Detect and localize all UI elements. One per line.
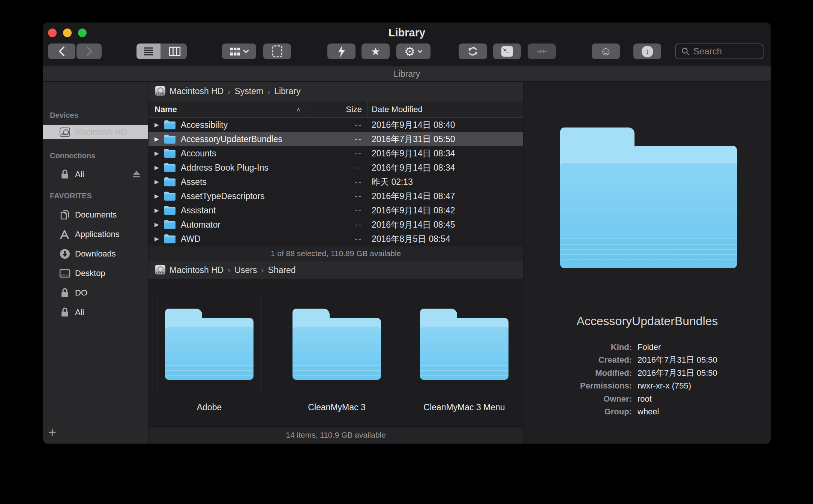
disclosure-triangle-icon[interactable]	[154, 189, 159, 203]
forward-button[interactable]	[76, 44, 102, 59]
downloads-button[interactable]	[633, 44, 661, 59]
search-field[interactable]	[675, 44, 764, 59]
sidebar-item-downloads[interactable]: Downloads	[43, 247, 148, 261]
column-header-date[interactable]: Date Modified	[372, 101, 423, 118]
info-label: Created:	[524, 355, 632, 365]
eject-icon[interactable]	[132, 171, 141, 178]
column-divider[interactable]	[475, 101, 475, 117]
folder-item-adobe[interactable]	[165, 309, 254, 380]
disclosure-triangle-icon[interactable]	[154, 160, 159, 175]
preview-pane: AccessoryUpdaterBundles Kind: Folder Cre…	[524, 82, 771, 444]
disclosure-triangle-icon[interactable]	[154, 175, 159, 189]
dashed-rect-icon	[272, 45, 282, 57]
emoji-button[interactable]	[592, 44, 620, 59]
preview-title: AccessoryUpdaterBundles	[524, 314, 771, 328]
select-button[interactable]	[263, 44, 291, 59]
column-headers: Name Size Date Modified	[148, 101, 523, 118]
sidebar-item-ali-connection[interactable]: Ali	[43, 167, 148, 182]
favorites-button[interactable]	[362, 44, 390, 59]
back-chevron-icon	[57, 46, 67, 57]
download-circle-icon	[642, 46, 653, 57]
sidebar-item-macintosh-hd[interactable]: Macintosh HD	[43, 125, 148, 139]
refresh-icon	[467, 45, 479, 57]
file-list: Accessibility -- 2016年9月14日 08:40 Access…	[148, 118, 523, 246]
breadcrumb-segment[interactable]: Library	[274, 86, 300, 96]
back-button[interactable]	[48, 44, 75, 59]
breadcrumb-segment[interactable]: Shared	[268, 265, 296, 275]
sidebar-item-applications[interactable]: Applications	[43, 227, 148, 242]
breadcrumb-segment[interactable]: Users	[234, 265, 257, 275]
folder-label[interactable]: Adobe	[153, 402, 266, 412]
info-label: Owner:	[524, 394, 632, 404]
arrange-grid-icon	[230, 46, 241, 57]
disclosure-triangle-icon[interactable]	[154, 218, 159, 232]
add-connection-button[interactable]: +	[48, 426, 56, 439]
lightning-icon	[337, 45, 346, 58]
sidebar-item-do[interactable]: DO	[43, 286, 148, 300]
disclosure-triangle-icon[interactable]	[154, 146, 159, 160]
folder-icon	[164, 149, 176, 158]
sidebar-section-devices: Devices	[50, 111, 78, 120]
info-value: wheel	[638, 406, 659, 417]
folder-label[interactable]: CleanMyMac 3	[280, 402, 393, 412]
table-row[interactable]: AWD -- 2016年8月5日 08:54	[148, 232, 523, 246]
quick-actions-button[interactable]	[327, 44, 356, 59]
info-row: Owner: root	[524, 394, 771, 404]
column-view-button[interactable]	[163, 44, 187, 59]
document-icon	[59, 209, 70, 220]
table-row-selected[interactable]: AccessoryUpdaterBundles -- 2016年7月31日 05…	[148, 132, 523, 146]
star-icon	[371, 45, 380, 58]
table-row[interactable]: Address Book Plug-Ins -- 2016年9月14日 08:3…	[148, 160, 523, 175]
arrange-button[interactable]	[222, 44, 256, 59]
column-header-name[interactable]: Name	[154, 101, 177, 118]
lock-icon	[59, 169, 70, 180]
chevron-right-icon	[257, 266, 268, 274]
terminal-button[interactable]	[493, 44, 521, 59]
info-label: Permissions:	[524, 381, 632, 391]
table-row[interactable]: Automator -- 2016年9月14日 08:45	[148, 218, 523, 232]
sidebar-item-ali[interactable]: Ali	[43, 305, 148, 320]
status-bar-top: 1 of 88 selected, 110.89 GB available	[148, 246, 523, 261]
column-header-size[interactable]: Size	[306, 101, 362, 118]
disclosure-triangle-icon[interactable]	[154, 118, 159, 132]
column-view-icon	[169, 46, 181, 57]
list-view-button[interactable]	[136, 44, 160, 59]
tab-bar[interactable]: Library	[43, 66, 771, 82]
folder-icon	[164, 120, 176, 129]
sidebar-item-desktop[interactable]: Desktop	[43, 266, 148, 280]
search-input[interactable]	[693, 46, 753, 57]
table-row[interactable]: Accessibility -- 2016年9月14日 08:40	[148, 118, 523, 132]
info-value: 2016年7月31日 05:50	[638, 368, 717, 378]
folder-item-cleanmymac3menu[interactable]	[420, 309, 508, 380]
info-label: Group:	[524, 406, 632, 417]
folder-item-cleanmymac3[interactable]	[292, 309, 381, 380]
info-value: 2016年7月31日 05:50	[638, 355, 717, 365]
disclosure-triangle-icon[interactable]	[154, 132, 159, 146]
breadcrumb-segment[interactable]: Macintosh HD	[170, 265, 224, 275]
folder-icon	[164, 163, 176, 172]
folder-label[interactable]: CleanMyMac 3 Menu	[408, 402, 520, 412]
table-row[interactable]: Assets -- 昨天 02:13	[148, 175, 523, 189]
actions-button[interactable]	[396, 44, 430, 59]
table-row[interactable]: Assistant -- 2016年9月14日 08:42	[148, 203, 523, 218]
disclosure-triangle-icon[interactable]	[154, 232, 159, 246]
lock-icon	[59, 287, 70, 298]
lock-icon	[59, 307, 70, 318]
info-value: root	[638, 394, 652, 404]
chevron-down-icon	[417, 50, 423, 54]
breadcrumb-segment[interactable]: Macintosh HD	[170, 86, 224, 96]
table-row[interactable]: AssetTypeDescriptors -- 2016年9月14日 08:47	[148, 189, 523, 203]
content-area: Devices Macintosh HD Connections Ali FAV…	[43, 82, 771, 444]
folder-icon	[164, 192, 176, 201]
terminal-icon	[501, 46, 513, 57]
disclosure-triangle-icon[interactable]	[154, 203, 159, 218]
breadcrumb-top: Macintosh HD System Library	[148, 82, 523, 101]
refresh-button[interactable]	[459, 44, 487, 59]
table-row[interactable]: Accounts -- 2016年9月14日 08:34	[148, 146, 523, 160]
smiley-icon	[600, 45, 612, 58]
sidebar-item-documents[interactable]: Documents	[43, 208, 148, 222]
info-value: rwxr-xr-x (755)	[638, 381, 691, 391]
info-row: Group: wheel	[524, 406, 771, 417]
breadcrumb-segment[interactable]: System	[234, 86, 263, 96]
column-divider[interactable]	[367, 101, 368, 117]
